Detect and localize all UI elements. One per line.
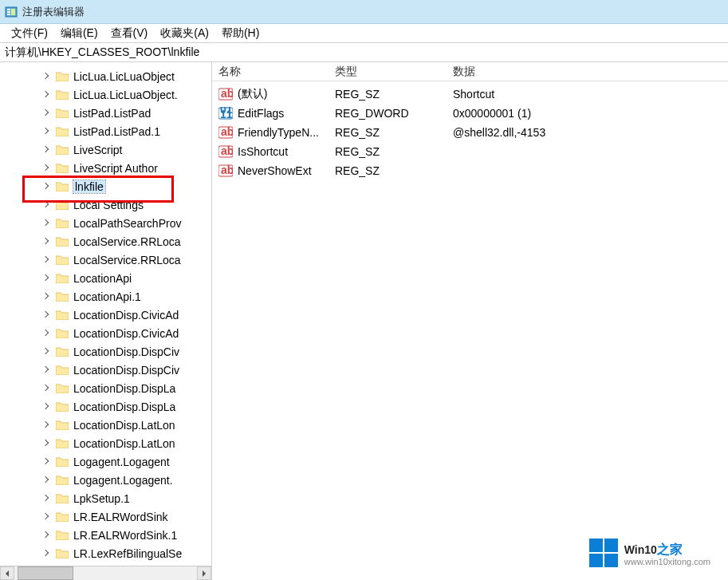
tree-item[interactable]: LocationDisp.DispCiv	[0, 342, 211, 361]
folder-icon	[56, 493, 69, 503]
titlebar-text: 注册表编辑器	[22, 5, 85, 19]
chevron-right-icon[interactable]	[43, 495, 51, 503]
value-data: Shortcut	[453, 88, 494, 101]
chevron-right-icon[interactable]	[43, 91, 51, 99]
tree-item[interactable]: Local Settings	[0, 195, 211, 214]
tree-item[interactable]: LiveScript Author	[0, 159, 211, 177]
scroll-right-button[interactable]	[197, 566, 211, 580]
tree-item[interactable]: lnkfile	[0, 177, 211, 195]
folder-icon	[56, 548, 69, 558]
chevron-right-icon[interactable]	[43, 366, 51, 374]
tree-item[interactable]: LocationDisp.DispLa	[0, 379, 211, 397]
chevron-right-icon[interactable]	[43, 311, 51, 319]
chevron-right-icon[interactable]	[43, 128, 51, 136]
tree-item[interactable]: LocationApi.1	[0, 287, 211, 306]
list-row[interactable]: FriendlyTypeN...REG_SZ@shell32.dll,-4153	[212, 123, 728, 142]
folder-icon	[56, 475, 69, 485]
folder-icon	[56, 383, 69, 393]
chevron-right-icon[interactable]	[43, 274, 51, 282]
folder-icon	[56, 420, 69, 430]
tree-item[interactable]: LiveScript	[0, 140, 211, 159]
chevron-right-icon[interactable]	[43, 531, 51, 539]
chevron-right-icon[interactable]	[43, 238, 51, 246]
list-row[interactable]: IsShortcutREG_SZ	[212, 142, 728, 161]
tree-item[interactable]: LocationDisp.LatLon	[0, 416, 211, 434]
menu-file[interactable]: 文件(F)	[5, 26, 54, 41]
tree-item[interactable]: Logagent.Logagent.	[0, 471, 211, 489]
folder-icon	[56, 310, 69, 320]
chevron-right-icon[interactable]	[43, 348, 51, 356]
chevron-right-icon[interactable]	[43, 403, 51, 411]
tree-item[interactable]: LicLua.LicLuaObject.	[0, 85, 211, 104]
chevron-right-icon[interactable]	[43, 293, 51, 301]
tree-item[interactable]: LocalService.RRLoca	[0, 232, 211, 251]
tree-item[interactable]: LocationDisp.CivicAd	[0, 306, 211, 324]
tree-item-label: LocationDisp.CivicAd	[73, 327, 179, 340]
tree-item[interactable]: LocalPathSearchProv	[0, 214, 211, 232]
chevron-right-icon[interactable]	[43, 164, 51, 172]
list-row[interactable]: NeverShowExtREG_SZ	[212, 161, 728, 180]
folder-icon	[56, 254, 69, 265]
list-row[interactable]: EditFlagsREG_DWORD0x00000001 (1)	[212, 104, 728, 123]
chevron-right-icon[interactable]	[43, 385, 51, 393]
tree-item[interactable]: LR.LexRefBilingualSe	[0, 544, 211, 562]
tree-item-label: LicLua.LicLuaObject	[73, 70, 175, 83]
tree-item-label: LocationDisp.DispLa	[73, 382, 175, 395]
tree-item[interactable]: LocationDisp.LatLon	[0, 434, 211, 452]
tree-item[interactable]: ListPad.ListPad.1	[0, 122, 211, 140]
tree-item-label: LocalService.RRLoca	[73, 254, 181, 266]
folder-icon	[56, 126, 69, 136]
address-bar[interactable]: 计算机\HKEY_CLASSES_ROOT\lnkfile	[0, 43, 728, 62]
menu-help[interactable]: 帮助(H)	[215, 26, 266, 41]
tree-item[interactable]: Logagent.Logagent	[0, 452, 211, 471]
menu-favorites[interactable]: 收藏夹(A)	[154, 26, 215, 41]
folder-icon	[56, 511, 69, 522]
tree-item-label: LocationDisp.LatLon	[73, 437, 175, 450]
chevron-right-icon[interactable]	[43, 183, 51, 191]
chevron-right-icon[interactable]	[43, 421, 51, 429]
chevron-right-icon[interactable]	[43, 513, 51, 521]
list-row[interactable]: (默认)REG_SZShortcut	[212, 85, 728, 104]
chevron-right-icon[interactable]	[43, 329, 51, 337]
tree-item[interactable]: ListPad.ListPad	[0, 104, 211, 122]
tree-item[interactable]: LR.EALRWordSink	[0, 507, 211, 526]
chevron-right-icon[interactable]	[43, 440, 51, 448]
folder-icon	[56, 346, 69, 357]
folder-icon	[56, 273, 69, 283]
tree-item[interactable]: LocationApi	[0, 269, 211, 287]
chevron-right-icon[interactable]	[43, 458, 51, 466]
tree-item[interactable]: LocationDisp.DispCiv	[0, 361, 211, 379]
tree-item[interactable]: LpkSetup.1	[0, 489, 211, 507]
scroll-left-button[interactable]	[0, 566, 14, 580]
tree-item[interactable]: LicLua.LicLuaObject	[0, 67, 211, 85]
chevron-right-icon[interactable]	[43, 201, 51, 209]
column-type[interactable]: 类型	[335, 65, 453, 79]
chevron-right-icon[interactable]	[43, 476, 51, 484]
tree-item[interactable]: LocationDisp.CivicAd	[0, 324, 211, 342]
string-value-icon	[218, 126, 233, 139]
values-header: 名称 类型 数据	[212, 62, 728, 81]
chevron-right-icon[interactable]	[43, 256, 51, 264]
chevron-right-icon[interactable]	[43, 550, 51, 558]
watermark: Win10之家 www.win10xitong.com	[589, 539, 710, 567]
chevron-right-icon[interactable]	[43, 109, 51, 117]
chevron-right-icon[interactable]	[43, 73, 51, 81]
tree-item-label: LocationDisp.DispCiv	[73, 364, 179, 377]
menu-view[interactable]: 查看(V)	[104, 26, 155, 41]
folder-icon	[56, 236, 69, 247]
scroll-thumb[interactable]	[18, 566, 73, 580]
chevron-right-icon[interactable]	[43, 219, 51, 227]
tree-item[interactable]: LR.EALRWordSink.1	[0, 526, 211, 544]
value-type: REG_SZ	[335, 145, 453, 158]
tree-item[interactable]: LocationDisp.DispLa	[0, 397, 211, 416]
column-data[interactable]: 数据	[453, 65, 728, 79]
tree-scrollbar[interactable]	[0, 566, 211, 580]
values-panel: 名称 类型 数据 (默认)REG_SZShortcutEditFlagsREG_…	[212, 62, 728, 580]
menu-edit[interactable]: 编辑(E)	[54, 26, 104, 41]
folder-icon	[56, 71, 69, 81]
folder-icon	[56, 181, 69, 191]
chevron-right-icon[interactable]	[43, 146, 51, 154]
column-name[interactable]: 名称	[218, 65, 335, 79]
tree-item[interactable]: LocalService.RRLoca	[0, 251, 211, 269]
folder-icon	[56, 199, 69, 210]
